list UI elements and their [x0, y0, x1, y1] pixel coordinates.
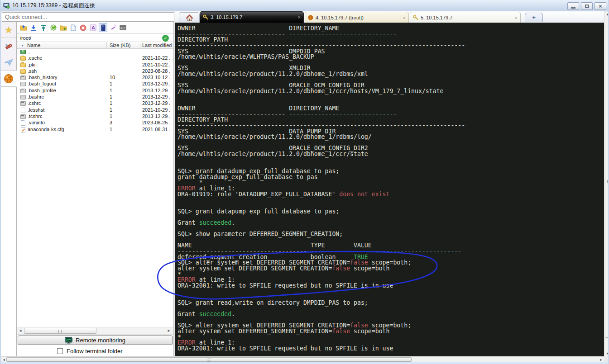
sidebar-remote-browser-button[interactable]: [1, 71, 17, 87]
window-vscrollbar[interactable]: ▲ ▼: [604, 11, 609, 356]
column-divider: [106, 42, 107, 49]
terminal[interactable]: OWNER DIRECTORY_NAME--------------------…: [175, 23, 604, 356]
scroll-thumb[interactable]: [24, 328, 96, 334]
script-file-icon: [20, 89, 26, 93]
scroll-down-icon[interactable]: ▼: [604, 350, 609, 356]
path-input[interactable]: [18, 34, 149, 41]
file-row[interactable]: .pki2021-10-22 .: [17, 62, 173, 68]
rdp-app-icon: [3, 2, 10, 9]
file-name: .cache: [28, 55, 42, 61]
window-hscrollbar[interactable]: ◄ ►: [1, 356, 604, 362]
hscroll-thumb[interactable]: [6, 357, 412, 362]
remote-monitoring-button[interactable]: Remote monitoring: [18, 336, 173, 345]
wizard-wand-button[interactable]: [109, 24, 117, 32]
file-name: .ssh: [28, 68, 37, 74]
file-row[interactable]: .lesshst12021-10-29 .: [17, 107, 173, 113]
file-row[interactable]: ..: [17, 49, 173, 55]
titlebar[interactable]: 10.15.179.15:3389 - 远程桌面连接 ×: [1, 0, 609, 11]
new-file-button[interactable]: [69, 24, 77, 32]
paper-plane-icon: [4, 58, 13, 66]
file-name: .viminfo: [28, 120, 45, 125]
scroll-up-icon[interactable]: ▲: [604, 11, 609, 17]
key-icon: [413, 15, 418, 20]
new-tab-button[interactable]: +: [525, 13, 543, 22]
file-row[interactable]: .cache2021-10-22 .: [17, 55, 173, 61]
follow-terminal-folder-checkbox[interactable]: [57, 348, 63, 354]
file-size: 1: [110, 127, 112, 132]
file-row[interactable]: .ssh2023-08-28 .: [17, 68, 173, 75]
file-modified: 2021-08-31 .: [142, 127, 174, 132]
file-toolbar: A: [17, 22, 173, 33]
folder-file-icon: [20, 56, 26, 61]
tab-close-icon[interactable]: ×: [403, 15, 406, 20]
minimize-button[interactable]: [567, 2, 579, 10]
file-table-header[interactable]: ▼ Name Size (KB) Last modified: [17, 42, 173, 49]
sidebar: ★: [1, 22, 17, 356]
home-tab[interactable]: [179, 12, 200, 23]
tab-label: 3. 10.15.179.7: [211, 14, 295, 20]
tab-session-4[interactable]: 4. 10.15.179.7 ([root]) ×: [305, 12, 409, 23]
quick-connect-input[interactable]: [2, 12, 174, 22]
download-button[interactable]: [29, 24, 38, 32]
svg-text:A: A: [91, 25, 95, 30]
file-row[interactable]: .bashrc12013-12-29 .: [17, 94, 173, 100]
column-name[interactable]: Name: [27, 43, 40, 48]
tab-bar: 3. 10.15.179.7 × 4. 10.15.179.7 ([root])…: [175, 11, 604, 23]
go-up-folder-button[interactable]: [19, 24, 28, 32]
new-folder-button[interactable]: [59, 24, 67, 32]
file-row[interactable]: .viminfo32023-08-25 .: [17, 120, 173, 126]
upload-button[interactable]: [39, 24, 48, 32]
restore-button[interactable]: [581, 2, 593, 10]
script-file-icon: [20, 82, 26, 86]
file-file-icon: [21, 108, 25, 113]
file-row[interactable]: anaconda-ks.cfg12021-08-31 .: [17, 127, 173, 133]
column-modified[interactable]: Last modified: [142, 43, 172, 48]
tab-session-3[interactable]: 3. 10.15.179.7 ×: [200, 11, 304, 23]
key-icon: [203, 14, 208, 20]
file-modified: 2013-12-29 .: [142, 113, 174, 119]
delete-button[interactable]: [79, 24, 87, 32]
tab-close-icon[interactable]: ×: [515, 15, 518, 20]
vscroll-thumb[interactable]: [605, 26, 609, 338]
swiss-knife-icon: [4, 42, 13, 51]
sidebar-sessions-button[interactable]: ★: [1, 22, 16, 38]
file-modified: 2013-12-29 .: [142, 100, 174, 106]
follow-terminal-folder-label: Follow terminal folder: [67, 348, 123, 355]
file-modified: 2013-12-29 .: [142, 94, 174, 99]
file-name: .cshrc: [28, 100, 41, 106]
scroll-right-icon[interactable]: ►: [165, 327, 173, 334]
file-modified: 2023-10-12 .: [142, 75, 174, 80]
terminal-output: OWNER DIRECTORY_NAME--------------------…: [175, 23, 604, 352]
sidebar-macros-button[interactable]: [1, 54, 16, 71]
column-divider: [140, 42, 140, 49]
file-row[interactable]: .bash_profile12013-12-29 .: [17, 88, 173, 94]
file-modified: 2021-10-29 .: [142, 107, 174, 113]
scroll-right-icon[interactable]: ►: [598, 357, 604, 362]
path-ok-icon[interactable]: ✓: [162, 35, 169, 42]
folder-file-icon: [20, 63, 26, 67]
file-row[interactable]: .tcshrc12013-12-29 .: [17, 113, 173, 120]
tab-session-5[interactable]: 5. 10.15.179.7 ×: [410, 12, 521, 23]
sidebar-tools-button[interactable]: [1, 38, 16, 54]
rename-button[interactable]: A: [89, 24, 97, 32]
folder-file-icon: [20, 69, 26, 74]
scroll-left-icon[interactable]: ◄: [17, 327, 24, 334]
file-modified: 2021-10-22 .: [142, 55, 174, 61]
terminal-button[interactable]: [119, 24, 127, 32]
star-icon: ★: [5, 24, 13, 35]
file-row[interactable]: .bash_logout12013-12-29 .: [17, 81, 173, 87]
resize-corner[interactable]: [604, 356, 609, 362]
file-panel-hscrollbar[interactable]: ◄ ►: [17, 327, 173, 335]
refresh-button[interactable]: [49, 24, 58, 32]
file-name: ..: [28, 49, 30, 54]
column-size[interactable]: Size (KB): [110, 43, 130, 48]
file-row[interactable]: .bash_history102023-10-12 .: [17, 75, 173, 81]
file-row[interactable]: .cshrc12013-12-29 .: [17, 100, 173, 107]
tab-close-icon[interactable]: ×: [298, 14, 301, 20]
file-name: .tcshrc: [28, 113, 42, 119]
file-name: .lesshst: [28, 107, 44, 113]
show-hidden-files-toggle[interactable]: [99, 24, 107, 32]
close-button[interactable]: ×: [595, 2, 606, 10]
script-file-icon: [20, 76, 26, 80]
file-size: 1: [110, 94, 112, 99]
